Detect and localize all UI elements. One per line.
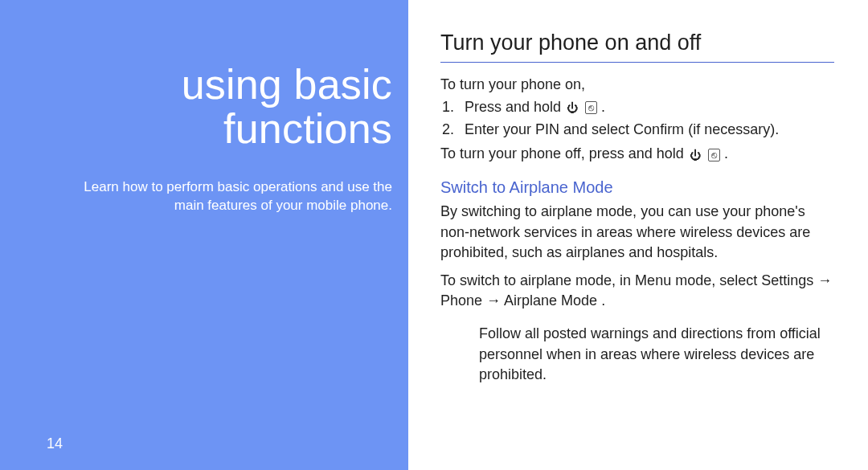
power-key-icon: ⏻	[688, 149, 702, 161]
page: using basic functions Learn how to perfo…	[0, 0, 868, 470]
turn-on-intro: To turn your phone on,	[440, 74, 834, 95]
step-1-period: .	[601, 99, 605, 115]
step-1-text: Press and hold ⏻ ⎋ .	[465, 96, 605, 117]
step-2-text: Enter your PIN and select Confirm (if ne…	[465, 119, 779, 140]
steps-list: 1. Press and hold ⏻ ⎋ . 2. Enter your PI…	[442, 96, 834, 140]
chapter-title: using basic functions	[182, 63, 392, 150]
section-heading: Turn your phone on and off	[440, 31, 834, 63]
left-panel: using basic functions Learn how to perfo…	[0, 0, 408, 470]
airplane-switch-paragraph: To switch to airplane mode, in Menu mode…	[440, 271, 834, 311]
page-number: 14	[47, 435, 63, 452]
chapter-blurb: Learn how to perform basic operations an…	[72, 178, 392, 215]
chapter-title-line2: functions	[223, 105, 392, 152]
chapter-title-line1: using basic	[182, 61, 392, 108]
step-2-text-b: (if necessary).	[688, 121, 779, 137]
airplane-paragraph: By switching to airplane mode, you can u…	[440, 202, 834, 263]
step-1-text-a: Press and hold	[465, 99, 565, 115]
end-key-icon: ⎋	[585, 101, 597, 114]
turn-off-period: .	[724, 145, 728, 161]
power-key-icon: ⏻	[565, 102, 579, 113]
note-block: Follow all posted warnings and direction…	[479, 324, 834, 385]
step-2: 2. Enter your PIN and select Confirm (if…	[442, 119, 834, 140]
airplane-switch-text-a: To switch to airplane mode, in Menu mode…	[440, 272, 761, 288]
step-1-number: 1.	[442, 96, 458, 117]
right-panel: Turn your phone on and off To turn your …	[408, 0, 868, 470]
turn-off-line: To turn your phone off, press and hold ⏻…	[440, 143, 834, 164]
step-1: 1. Press and hold ⏻ ⎋ .	[442, 96, 834, 117]
step-2-text-a: Enter your PIN and select	[465, 121, 633, 137]
airplane-subheading: Switch to Airplane Mode	[440, 178, 834, 197]
step-2-number: 2.	[442, 119, 458, 140]
end-key-icon: ⎋	[708, 149, 720, 161]
airplane-switch-period: .	[601, 292, 605, 309]
step-2-confirm: Confirm	[633, 121, 684, 137]
turn-off-text-a: To turn your phone off, press and hold	[440, 145, 688, 161]
